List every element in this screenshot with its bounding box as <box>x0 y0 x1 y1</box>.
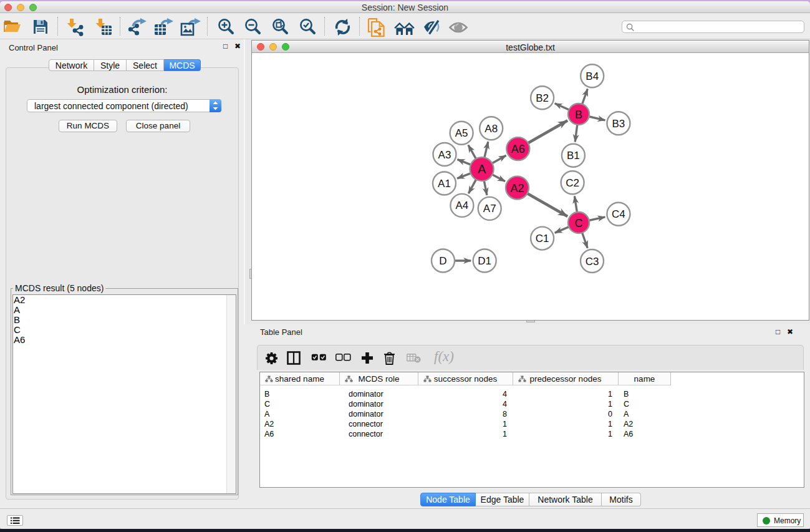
svg-text:C3: C3 <box>586 256 599 268</box>
svg-text:A: A <box>478 162 486 176</box>
svg-text:A2: A2 <box>510 182 524 195</box>
svg-text:A7: A7 <box>483 203 496 215</box>
svg-text:C2: C2 <box>566 177 579 189</box>
svg-text:C1: C1 <box>536 233 549 244</box>
svg-text:B2: B2 <box>536 92 549 104</box>
svg-text:A8: A8 <box>485 123 498 135</box>
svg-text:C: C <box>575 217 583 230</box>
svg-text:A1: A1 <box>438 178 451 190</box>
svg-text:D: D <box>439 255 446 267</box>
svg-text:C4: C4 <box>612 208 625 220</box>
svg-text:B3: B3 <box>612 118 625 130</box>
svg-text:A3: A3 <box>438 149 451 161</box>
svg-text:A4: A4 <box>456 200 469 211</box>
svg-text:B1: B1 <box>567 150 580 162</box>
svg-text:A5: A5 <box>455 127 468 139</box>
svg-text:D1: D1 <box>478 255 491 267</box>
svg-text:A6: A6 <box>511 143 525 155</box>
svg-text:B4: B4 <box>586 70 599 82</box>
svg-text:B: B <box>575 109 582 121</box>
